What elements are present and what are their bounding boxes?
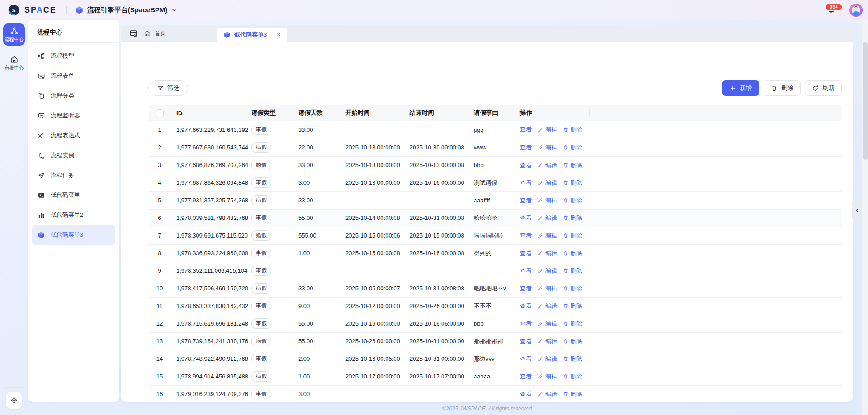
table-row[interactable]: 12 1,978,715,619,696,181,248 事假 55.00 20… <box>149 315 842 332</box>
edit-link[interactable]: 编辑 <box>538 320 557 328</box>
sidebar-item-process-expression[interactable]: 2 流程表达式 <box>32 126 115 145</box>
sidebar-item-process-task[interactable]: 流程任务 <box>32 165 115 185</box>
filter-button[interactable]: 筛选 <box>148 80 188 96</box>
add-button[interactable]: 新增 <box>722 80 760 96</box>
sidebar-item-process-category[interactable]: 流程分类 <box>32 86 115 106</box>
table-row[interactable]: 11 1,978,653,337,830,162,432 事假 9.00 202… <box>149 297 842 315</box>
table-row[interactable]: 3 1,977,686,876,269,707,264 婚假 33.00 202… <box>149 156 842 174</box>
view-link[interactable]: 查看 <box>520 373 532 381</box>
edit-link[interactable]: 编辑 <box>538 267 557 275</box>
table-row[interactable]: 14 1,978,748,922,490,912,768 事假 2.00 202… <box>149 350 842 368</box>
sidebar-item-process-model[interactable]: 流程模型 <box>32 46 115 66</box>
delete-link[interactable]: 删除 <box>563 179 582 187</box>
table-row[interactable]: 1 1,977,663,229,731,643,392 事假 33.00 ggg… <box>149 121 842 139</box>
view-link[interactable]: 查看 <box>520 284 532 293</box>
edit-link[interactable]: 编辑 <box>538 284 557 293</box>
edit-link[interactable]: 编辑 <box>538 373 557 381</box>
edit-link[interactable]: 编辑 <box>538 179 557 187</box>
delete-link[interactable]: 删除 <box>563 126 582 134</box>
table-row[interactable]: 9 1,978,352,111,066,415,104 事假 查看 <box>149 262 842 280</box>
edit-icon <box>538 145 543 150</box>
delete-link[interactable]: 删除 <box>563 355 582 363</box>
table-row[interactable]: 16 1,979,016,239,124,709,376 事假 3.00 查看 <box>149 385 842 402</box>
view-link[interactable]: 查看 <box>520 126 532 134</box>
delete-link[interactable]: 删除 <box>563 249 582 257</box>
row-index: 2 <box>149 139 176 156</box>
sidebar-item-lowcode-menu3[interactable]: 低代码菜单3 <box>32 225 115 245</box>
edit-link[interactable]: 编辑 <box>538 249 557 257</box>
delete-link[interactable]: 删除 <box>563 373 582 381</box>
edit-link[interactable]: 编辑 <box>538 214 557 222</box>
table-row[interactable]: 13 1,978,739,164,241,330,176 病假 55.00 20… <box>149 332 842 350</box>
view-link[interactable]: 查看 <box>520 249 532 257</box>
edit-link[interactable]: 编辑 <box>538 232 557 240</box>
table-row[interactable]: 2 1,977,667,630,160,543,744 病假 22.00 202… <box>149 139 842 156</box>
edit-link[interactable]: 编辑 <box>538 161 557 169</box>
rail-item-approval-center[interactable]: 审批中心 <box>3 52 25 74</box>
cell-end-time: 2025-10-13 00:00:08 <box>410 156 474 174</box>
view-link[interactable]: 查看 <box>520 196 532 205</box>
view-link[interactable]: 查看 <box>520 144 532 152</box>
cell-start-time <box>345 121 410 139</box>
view-link[interactable]: 查看 <box>520 337 532 345</box>
delete-link[interactable]: 删除 <box>563 267 582 275</box>
edit-link[interactable]: 编辑 <box>538 355 557 363</box>
select-all-checkbox[interactable] <box>156 109 164 117</box>
view-link[interactable]: 查看 <box>520 320 532 328</box>
view-link[interactable]: 查看 <box>520 161 532 169</box>
view-link[interactable]: 查看 <box>520 302 532 310</box>
tab-manager-icon[interactable] <box>129 29 137 37</box>
table-row[interactable]: 7 1,978,309,691,675,115,520 婚假 555.00 20… <box>149 227 842 244</box>
page-scrollbar[interactable] <box>862 20 868 415</box>
edit-link[interactable]: 编辑 <box>538 390 557 398</box>
delete-link[interactable]: 删除 <box>563 232 582 240</box>
sidebar-item-process-form[interactable]: 流程表单 <box>32 66 115 86</box>
edit-link[interactable]: 编辑 <box>538 302 557 310</box>
tab-home[interactable]: 首页 <box>144 25 166 42</box>
module-switcher[interactable]: 流程引擎平台(SpaceBPM) <box>75 6 178 14</box>
cell-end-time: 2025-10-16 00:00:08 <box>410 244 474 262</box>
edit-link[interactable]: 编辑 <box>538 126 557 134</box>
sidebar-item-process-listener[interactable]: 流程监听器 <box>32 106 115 126</box>
delete-link[interactable]: 删除 <box>563 390 582 398</box>
edit-link[interactable]: 编辑 <box>538 337 557 345</box>
table-row[interactable]: 8 1,978,336,093,224,960,000 事假 1.00 2025… <box>149 244 842 262</box>
table-row[interactable]: 15 1,978,994,914,456,895,488 病假 1.00 202… <box>149 368 842 385</box>
table-row[interactable]: 10 1,978,417,506,469,150,720 病假 33.00 20… <box>149 280 842 297</box>
tab-lowcode-menu3[interactable]: 低代码菜单3 <box>217 28 287 42</box>
edit-link[interactable]: 编辑 <box>538 196 557 205</box>
delete-link[interactable]: 删除 <box>563 320 582 328</box>
view-link[interactable]: 查看 <box>520 267 532 275</box>
delete-button[interactable]: 删除 <box>764 80 801 96</box>
refresh-button-label: 刷新 <box>822 84 835 92</box>
delete-link[interactable]: 删除 <box>563 284 582 293</box>
edit-link[interactable]: 编辑 <box>538 144 557 152</box>
avatar[interactable] <box>849 4 863 17</box>
view-link[interactable]: 查看 <box>520 214 532 222</box>
sidebar-item-lowcode-menu[interactable]: 低代码菜单 <box>32 185 115 205</box>
close-icon[interactable] <box>276 32 282 37</box>
delete-link[interactable]: 删除 <box>563 337 582 345</box>
view-link[interactable]: 查看 <box>520 390 532 398</box>
sidebar-item-lowcode-menu2[interactable]: 低代码菜单2 <box>32 205 115 225</box>
view-link[interactable]: 查看 <box>520 232 532 240</box>
scrollbar-thumb[interactable] <box>863 42 868 160</box>
view-link[interactable]: 查看 <box>520 179 532 187</box>
refresh-button[interactable]: 刷新 <box>805 80 842 96</box>
delete-link[interactable]: 删除 <box>563 196 582 205</box>
table-row[interactable]: 4 1,977,687,864,326,094,848 事假 3.00 2025… <box>149 174 842 191</box>
delete-link[interactable]: 删除 <box>563 214 582 222</box>
view-link[interactable]: 查看 <box>520 355 532 363</box>
brand-logo[interactable]: S SPACE <box>0 4 57 16</box>
theme-designer-button[interactable] <box>6 392 22 409</box>
delete-link[interactable]: 删除 <box>563 161 582 169</box>
delete-link[interactable]: 删除 <box>563 144 582 152</box>
rail-item-process-center[interactable]: 流程中心 <box>3 23 25 46</box>
sidebar-item-process-instance[interactable]: 流程实例 <box>32 145 115 165</box>
cell-days: 9.00 <box>298 297 345 315</box>
copy-icon <box>38 92 45 100</box>
table-row[interactable]: 6 1,978,039,581,798,432,768 事假 55.00 202… <box>149 209 842 227</box>
delete-link[interactable]: 删除 <box>563 302 582 310</box>
rail-label: 审批中心 <box>3 65 25 71</box>
table-row[interactable]: 5 1,977,931,357,325,754,368 病假 33.00 aaa… <box>149 191 842 209</box>
